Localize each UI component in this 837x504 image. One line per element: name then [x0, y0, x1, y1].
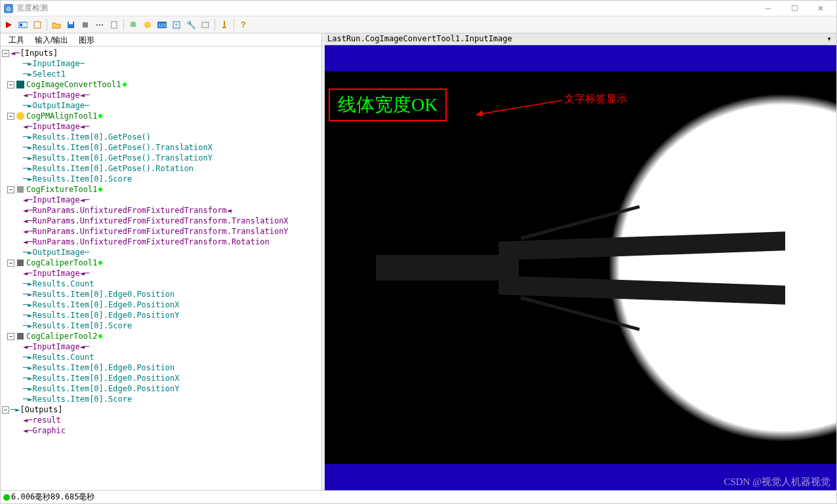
- tool2-icon[interactable]: [31, 18, 44, 31]
- plus-icon[interactable]: +: [170, 18, 183, 31]
- image-header-text: LastRun.CogImageConvertTool1.InputImage: [327, 34, 825, 44]
- status-dot-icon: [98, 334, 102, 338]
- menubar: 工具 输入/输出 图形: [1, 33, 321, 47]
- tree-item[interactable]: RunParams.UnfixturedFromFixturedTransfor…: [32, 205, 226, 216]
- result-text: 线体宽度OK: [338, 94, 438, 115]
- toggle-icon[interactable]: −: [2, 50, 9, 57]
- tree-item[interactable]: Results.Item[0].GetPose().TranslationX: [32, 142, 213, 153]
- svg-text:⚙: ⚙: [6, 6, 11, 12]
- tree-item[interactable]: InputImage: [32, 195, 79, 205]
- toggle-icon[interactable]: −: [7, 333, 14, 340]
- toggle-icon[interactable]: −: [7, 260, 14, 267]
- svg-text:+: +: [174, 22, 178, 28]
- tree-item[interactable]: Results.Item[0].Edge0.Position: [32, 289, 174, 300]
- svg-rect-17: [202, 22, 209, 28]
- tree-item[interactable]: Results.Count: [32, 352, 94, 362]
- menu-graphics[interactable]: 图形: [73, 33, 100, 46]
- tree-item[interactable]: RunParams.UnfixturedFromFixturedTransfor…: [32, 216, 288, 226]
- tree-item[interactable]: OutputImage: [32, 247, 84, 258]
- tree-tool[interactable]: CogImageConvertTool1: [26, 79, 121, 90]
- tree-item[interactable]: InputImage: [32, 58, 79, 69]
- tree-item[interactable]: Results.Item[0].Edge0.PositionY: [32, 310, 179, 320]
- tree-item[interactable]: RunParams.UnfixturedFromFixturedTransfor…: [32, 226, 288, 237]
- annotation-arrow-icon: [476, 98, 567, 117]
- close-button[interactable]: ✕: [807, 1, 834, 16]
- tree-item[interactable]: Results.Item[0].Score: [32, 320, 132, 331]
- tree-item[interactable]: InputImage: [32, 121, 79, 132]
- tool1-icon[interactable]: [16, 18, 30, 31]
- svg-point-12: [144, 22, 151, 28]
- db-icon[interactable]: [127, 18, 140, 31]
- titlebar: ⚙ 宽度检测 ─ ☐ ✕: [1, 1, 836, 16]
- num-icon[interactable]: 123: [155, 18, 169, 31]
- box-icon[interactable]: [199, 18, 212, 31]
- svg-marker-24: [476, 110, 483, 116]
- tree-item[interactable]: Results.Item[0].Edge0.PositionX: [32, 300, 179, 310]
- status-dot-icon: [98, 187, 102, 191]
- tree-inputs[interactable]: [Inputs]: [20, 48, 58, 58]
- tree-item[interactable]: InputImage: [32, 90, 79, 100]
- toolbar: ⋯ 123 + 🔧 ?: [1, 16, 836, 33]
- toggle-icon[interactable]: −: [7, 186, 14, 193]
- svg-rect-20: [17, 186, 24, 193]
- convert-tool-icon: [16, 80, 25, 89]
- tree-item[interactable]: Results.Item[0].Edge0.PositionX: [32, 373, 179, 383]
- run-icon[interactable]: [2, 18, 15, 31]
- status-text: 6.006毫秒89.685毫秒: [11, 492, 94, 503]
- menu-io[interactable]: 输入/输出: [30, 33, 73, 46]
- fixture-tool-icon: [16, 185, 25, 194]
- svg-rect-8: [83, 22, 88, 28]
- menu-tools[interactable]: 工具: [3, 33, 30, 46]
- tree-item[interactable]: Results.Item[0].Score: [32, 174, 132, 184]
- open-icon[interactable]: [50, 18, 63, 31]
- svg-rect-18: [16, 81, 24, 88]
- tree-item[interactable]: RunParams.UnfixturedFromFixturedTransfor…: [32, 237, 269, 247]
- tree-item[interactable]: InputImage: [32, 341, 79, 352]
- tree-item[interactable]: result: [32, 415, 60, 425]
- tree-item[interactable]: Select1: [32, 69, 66, 79]
- annotation-label: 文字标签显示: [564, 92, 627, 106]
- tree-outputs[interactable]: [Outputs]: [20, 404, 62, 415]
- wrench-icon[interactable]: 🔧: [184, 18, 197, 31]
- maximize-button[interactable]: ☐: [781, 1, 807, 16]
- save-icon[interactable]: [64, 18, 77, 31]
- toggle-icon[interactable]: −: [7, 81, 14, 88]
- status-dot-icon: [98, 261, 102, 265]
- tree-item[interactable]: Results.Item[0].GetPose().Rotation: [32, 163, 194, 174]
- tree-tool[interactable]: CogCaliperTool1: [26, 258, 97, 268]
- doc-icon[interactable]: [108, 18, 121, 31]
- result-overlay: 线体宽度OK: [329, 88, 447, 121]
- help-icon[interactable]: ?: [237, 18, 250, 31]
- tree-tool[interactable]: CogPMAlignTool1: [26, 111, 97, 121]
- svg-rect-5: [34, 22, 41, 28]
- tree-tool[interactable]: CogFixtureTool1: [26, 184, 97, 195]
- watermark: CSDN @视觉人机器视觉: [724, 476, 830, 488]
- camera-image: [325, 71, 836, 464]
- tree-item[interactable]: Results.Item[0].Edge0.PositionY: [32, 383, 179, 394]
- settings-icon[interactable]: [79, 18, 92, 31]
- image-view[interactable]: 线体宽度OK 文字标签显示: [325, 45, 836, 490]
- tree-item[interactable]: Results.Item[0].Edge0.Position: [32, 362, 174, 373]
- tree-item[interactable]: Results.Item[0].Score: [32, 394, 132, 404]
- marker-icon[interactable]: [218, 18, 231, 31]
- toggle-icon[interactable]: −: [2, 406, 9, 414]
- svg-marker-2: [6, 22, 12, 28]
- tree-item[interactable]: Results.Item[0].GetPose(): [32, 132, 151, 142]
- svg-rect-22: [17, 333, 24, 339]
- caliper-tool-icon: [16, 332, 25, 341]
- toggle-icon[interactable]: −: [7, 113, 14, 120]
- tree-item[interactable]: OutputImage: [32, 100, 84, 111]
- clock-icon[interactable]: [141, 18, 154, 31]
- tree-item[interactable]: Graphic: [32, 425, 66, 436]
- image-header: LastRun.CogImageConvertTool1.InputImage …: [325, 33, 836, 45]
- tree-item[interactable]: Results.Count: [32, 279, 94, 289]
- more-icon[interactable]: ⋯: [93, 18, 106, 31]
- status-dot-icon: [98, 114, 102, 118]
- svg-point-19: [16, 112, 24, 120]
- tree-item[interactable]: Results.Item[0].GetPose().TranslationY: [32, 153, 213, 163]
- tool-tree[interactable]: −◄─[Inputs] ─► InputImage ─ ─► Select1 −…: [1, 47, 321, 490]
- dropdown-icon[interactable]: ▾: [825, 34, 834, 44]
- minimize-button[interactable]: ─: [755, 1, 781, 16]
- tree-item[interactable]: InputImage: [32, 268, 79, 279]
- tree-tool[interactable]: CogCaliperTool2: [26, 331, 97, 341]
